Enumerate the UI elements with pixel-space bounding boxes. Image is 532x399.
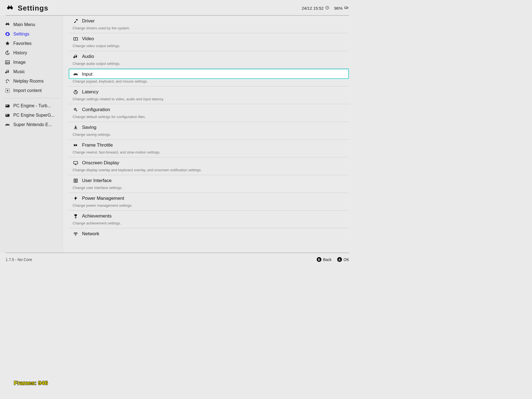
settings-row-network[interactable]: Network <box>68 228 349 239</box>
version-text: 1.7.5 - No Core <box>6 257 32 262</box>
sidebar-item-label: Music <box>13 69 25 74</box>
settings-row-label: Power Management <box>82 196 124 201</box>
hint-ok: A OK <box>337 257 349 262</box>
latency-icon <box>73 89 79 94</box>
playlist-item[interactable]: PC Engine SuperG... <box>2 111 60 120</box>
sidebar-item-label: Image <box>13 60 25 65</box>
retroarch-icon <box>4 22 11 27</box>
settings-row-description: Change user interface settings. <box>69 186 349 193</box>
retroarch-logo-icon <box>6 5 14 12</box>
hint-ok-label: OK <box>344 257 349 262</box>
fastforward-icon <box>73 143 79 148</box>
sidebar-item-label: Favorites <box>13 41 32 46</box>
settings-row-label: Input <box>82 71 93 77</box>
settings-row-driver[interactable]: Driver Change drivers used by the system… <box>68 16 349 33</box>
star-icon <box>4 41 11 46</box>
datetime-text: 24/12 15:52 <box>302 6 324 11</box>
sidebar-item-history[interactable]: History <box>2 48 60 58</box>
settings-row-label: Onscreen Display <box>82 160 119 166</box>
footer: 1.7.5 - No Core B Back A OK <box>6 253 349 266</box>
settings-row-configuration[interactable]: Configuration Change default settings fo… <box>68 104 349 122</box>
settings-row-label: Frame Throttle <box>82 142 113 148</box>
sidebar-item-label: Main Menu <box>13 22 35 27</box>
sidebar-item-label: History <box>13 50 27 55</box>
settings-row-latency[interactable]: Latency Change settings related to video… <box>68 86 349 104</box>
status-bar: 24/12 15:52 96% <box>302 6 349 11</box>
display-icon <box>73 160 79 165</box>
settings-row-description: Change drivers used by the system. <box>69 26 349 33</box>
sidebar-item-label: Settings <box>13 32 29 37</box>
cog-icon <box>4 32 11 37</box>
hint-back: B Back <box>317 257 332 262</box>
trophy-icon <box>73 214 79 219</box>
settings-row-label: Saving <box>82 125 96 130</box>
clock-icon <box>325 6 329 11</box>
settings-list: Driver Change drivers used by the system… <box>63 16 355 253</box>
settings-row-description: Change saving settings. <box>69 132 349 139</box>
sidebar-item-image[interactable]: Image <box>2 58 60 67</box>
settings-row-description: Change video output settings. <box>69 44 349 51</box>
playlist-item[interactable]: PC Engine - Turb... <box>2 101 60 111</box>
settings-row-power-management[interactable]: Power Management Change power management… <box>68 193 349 210</box>
settings-row-saving[interactable]: Saving Change saving settings. <box>68 122 349 139</box>
settings-row-audio[interactable]: Audio Change audio output settings. <box>68 51 349 68</box>
history-icon <box>4 50 11 55</box>
battery-percent: 96% <box>334 6 342 11</box>
sidebar-item-main-menu[interactable]: Main Menu <box>2 20 60 29</box>
gamepad-icon <box>73 72 79 77</box>
settings-row-description: Change audio output settings. <box>69 62 349 68</box>
plus-box-icon <box>4 88 11 93</box>
page-title: Settings <box>18 4 48 12</box>
bolt-icon <box>73 196 79 201</box>
sidebar-separator <box>3 98 59 98</box>
settings-row-description: Change power management settings. <box>69 203 349 210</box>
playlist-item[interactable]: Super Nintendo E... <box>2 120 60 129</box>
wifi-icon <box>73 231 79 236</box>
gamepad-icon <box>4 122 11 127</box>
settings-row-description: Change achievement settings. <box>69 221 349 228</box>
image-icon <box>4 60 11 65</box>
settings-row-achievements[interactable]: Achievements Change achievement settings… <box>68 210 349 228</box>
settings-row-description: Change display overlay and keyboard over… <box>69 168 349 175</box>
settings-row-description: Change default settings for configuratio… <box>69 115 349 122</box>
battery-icon <box>344 6 349 11</box>
settings-row-label: Video <box>82 36 94 42</box>
sidebar-item-netplay-rooms[interactable]: Netplay Rooms <box>2 76 60 86</box>
hint-back-label: Back <box>323 257 332 262</box>
sidebar-item-import-content[interactable]: Import content <box>2 86 60 95</box>
settings-row-video[interactable]: Video Change video output settings. <box>68 33 349 51</box>
settings-row-label: User Interface <box>82 178 112 183</box>
a-button-icon: A <box>337 257 342 262</box>
settings-row-label: Driver <box>82 18 94 24</box>
tools-icon <box>73 19 79 24</box>
settings-row-label: Achievements <box>82 213 112 219</box>
settings-row-description: Change joypad, keyboard, and mouse setti… <box>69 79 349 86</box>
playlist-item-label: Super Nintendo E... <box>13 122 52 127</box>
settings-row-user-interface[interactable]: User Interface Change user interface set… <box>68 175 349 193</box>
card-icon <box>4 113 11 118</box>
settings-row-description: Change settings related to video, audio … <box>69 97 349 104</box>
settings-row-label: Configuration <box>82 107 110 112</box>
sidebar-item-label: Import content <box>13 88 42 93</box>
music-icon <box>4 69 11 74</box>
settings-row-label: Latency <box>82 89 99 95</box>
settings-row-label: Network <box>82 231 99 237</box>
settings-row-input[interactable]: Input Change joypad, keyboard, and mouse… <box>68 68 349 86</box>
netplay-icon <box>4 79 11 84</box>
sidebar-item-label: Netplay Rooms <box>13 79 44 84</box>
settings-row-description: Change rewind, fast-forward, and slow-mo… <box>69 150 349 157</box>
header: Settings 24/12 15:52 96% <box>0 0 355 15</box>
b-button-icon: B <box>317 257 321 262</box>
settings-row-onscreen-display[interactable]: Onscreen Display Change display overlay … <box>68 157 349 175</box>
config-icon <box>73 107 79 112</box>
sidebar: Main MenuSettingsFavoritesHistoryImageMu… <box>0 16 63 253</box>
playlist-item-label: PC Engine SuperG... <box>13 113 55 118</box>
settings-row-frame-throttle[interactable]: Frame Throttle Change rewind, fast-forwa… <box>68 139 349 157</box>
audio-icon <box>73 54 79 59</box>
sidebar-item-favorites[interactable]: Favorites <box>2 39 60 48</box>
list-icon <box>73 178 79 183</box>
sidebar-item-music[interactable]: Music <box>2 67 60 76</box>
sidebar-item-settings[interactable]: Settings <box>2 29 60 39</box>
card-icon <box>4 103 11 108</box>
video-icon <box>73 36 79 41</box>
